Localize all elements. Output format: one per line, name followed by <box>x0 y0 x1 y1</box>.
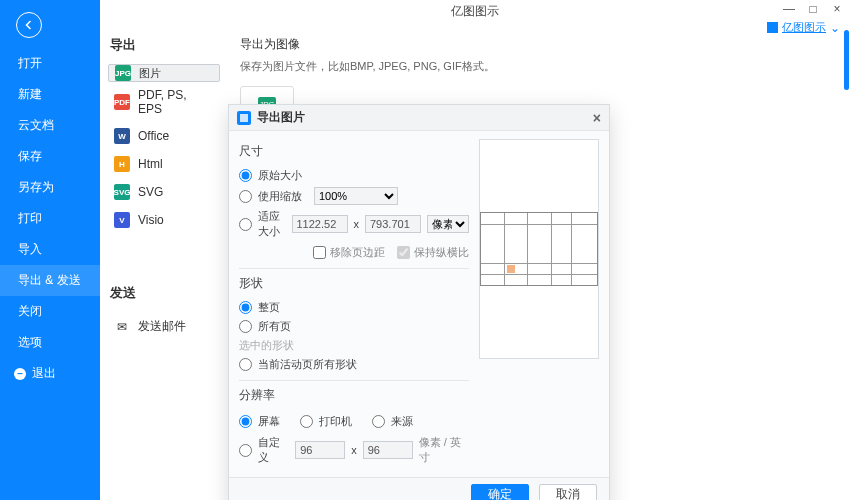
sidebar-item-3[interactable]: 保存 <box>0 141 100 172</box>
format-label: Html <box>138 157 163 171</box>
res-source-radio[interactable]: 来源 <box>372 412 413 431</box>
res-printer-label: 打印机 <box>319 414 352 429</box>
cancel-button[interactable]: 取消 <box>539 484 597 501</box>
sidebar-logout[interactable]: – 退出 <box>0 358 100 389</box>
format-icon: W <box>114 128 130 144</box>
res-custom-label: 自定义 <box>258 435 289 465</box>
format-item-4[interactable]: SVGSVG <box>108 178 220 206</box>
shape-active-radio[interactable]: 当前活动页所有形状 <box>239 355 469 374</box>
size-zoom-radio[interactable]: 使用缩放 100% <box>239 185 469 207</box>
format-label: Office <box>138 129 169 143</box>
dialog-icon <box>237 111 251 125</box>
sidebar-item-5[interactable]: 打印 <box>0 203 100 234</box>
format-item-0[interactable]: JPG图片 <box>108 64 220 82</box>
size-section-head: 尺寸 <box>239 143 469 160</box>
format-icon: JPG <box>115 65 131 81</box>
send-mail-item[interactable]: ✉ 发送邮件 <box>108 312 220 341</box>
sidebar-logout-label: 退出 <box>32 365 56 382</box>
res-custom-radio[interactable] <box>239 444 252 457</box>
format-icon: PDF <box>114 94 130 110</box>
shape-section-head: 形状 <box>239 275 469 292</box>
shape-selected-disabled: 选中的形状 <box>239 336 469 355</box>
width-input[interactable] <box>292 215 348 233</box>
sidebar-item-0[interactable]: 打开 <box>0 48 100 79</box>
res-unit-label: 像素 / 英寸 <box>419 435 469 465</box>
sidebar: 打开新建云文档保存另存为打印导入导出 & 发送关闭选项 – 退出 <box>0 0 100 500</box>
res-printer-radio[interactable]: 打印机 <box>300 412 352 431</box>
shape-full-radio[interactable]: 整页 <box>239 298 469 317</box>
window-close[interactable]: × <box>830 2 844 16</box>
sidebar-item-4[interactable]: 另存为 <box>0 172 100 203</box>
keep-ratio-label: 保持纵横比 <box>414 245 469 260</box>
format-label: Visio <box>138 213 164 227</box>
window-max[interactable]: □ <box>806 2 820 16</box>
shape-all-radio[interactable]: 所有页 <box>239 317 469 336</box>
sidebar-item-8[interactable]: 关闭 <box>0 296 100 327</box>
dialog-close-button[interactable]: × <box>593 110 601 126</box>
export-desc: 保存为图片文件，比如BMP, JPEG, PNG, GIF格式。 <box>240 59 840 74</box>
size-original-label: 原始大小 <box>258 168 302 183</box>
size-zoom-label: 使用缩放 <box>258 189 302 204</box>
window-min[interactable]: — <box>782 2 796 16</box>
send-section-head: 发送 <box>110 284 220 302</box>
res-y-input[interactable] <box>363 441 413 459</box>
format-item-5[interactable]: VVisio <box>108 206 220 234</box>
x-separator-2: x <box>351 444 357 456</box>
back-button[interactable] <box>16 12 42 38</box>
size-fit-label: 适应大小 <box>258 209 286 239</box>
shape-full-label: 整页 <box>258 300 280 315</box>
format-label: PDF, PS, EPS <box>138 88 214 116</box>
preview-pane <box>479 139 599 359</box>
res-screen-label: 屏幕 <box>258 414 280 429</box>
height-input[interactable] <box>365 215 421 233</box>
export-section-head: 导出 <box>110 36 220 54</box>
x-separator: x <box>354 218 360 230</box>
format-item-2[interactable]: WOffice <box>108 122 220 150</box>
app-title: 亿图图示 <box>451 3 499 20</box>
size-unit-select[interactable]: 像素 <box>427 215 469 233</box>
mail-icon: ✉ <box>114 320 130 334</box>
format-item-3[interactable]: HHtml <box>108 150 220 178</box>
scrollbar-indicator[interactable] <box>844 30 849 90</box>
zoom-select[interactable]: 100% <box>314 187 398 205</box>
format-icon: H <box>114 156 130 172</box>
preview-thumbnail <box>480 212 598 286</box>
keep-ratio-checkbox <box>397 246 410 259</box>
format-label: SVG <box>138 185 163 199</box>
format-icon: V <box>114 212 130 228</box>
trim-margin-label: 移除页边距 <box>330 245 385 260</box>
sidebar-item-2[interactable]: 云文档 <box>0 110 100 141</box>
trim-margin-checkbox[interactable] <box>313 246 326 259</box>
send-mail-label: 发送邮件 <box>138 318 186 335</box>
sidebar-item-1[interactable]: 新建 <box>0 79 100 110</box>
resolution-section-head: 分辨率 <box>239 387 469 404</box>
res-screen-radio[interactable]: 屏幕 <box>239 412 280 431</box>
size-fit-radio[interactable] <box>239 218 252 231</box>
res-source-label: 来源 <box>391 414 413 429</box>
svg-rect-0 <box>240 114 248 122</box>
logout-icon: – <box>14 368 26 380</box>
sidebar-item-9[interactable]: 选项 <box>0 327 100 358</box>
ok-button[interactable]: 确定 <box>471 484 529 501</box>
res-x-input[interactable] <box>295 441 345 459</box>
shape-active-label: 当前活动页所有形状 <box>258 357 357 372</box>
format-icon: SVG <box>114 184 130 200</box>
dialog-title: 导出图片 <box>257 109 305 126</box>
sidebar-item-6[interactable]: 导入 <box>0 234 100 265</box>
format-item-1[interactable]: PDFPDF, PS, EPS <box>108 82 220 122</box>
export-as-image-head: 导出为图像 <box>240 36 840 53</box>
format-label: 图片 <box>139 66 161 81</box>
export-image-dialog: 导出图片 × 尺寸 原始大小 使用缩放 100% 适应大小 x 像素 移除页边距… <box>228 104 610 500</box>
size-original-radio[interactable]: 原始大小 <box>239 166 469 185</box>
sidebar-item-7[interactable]: 导出 & 发送 <box>0 265 100 296</box>
shape-all-label: 所有页 <box>258 319 291 334</box>
